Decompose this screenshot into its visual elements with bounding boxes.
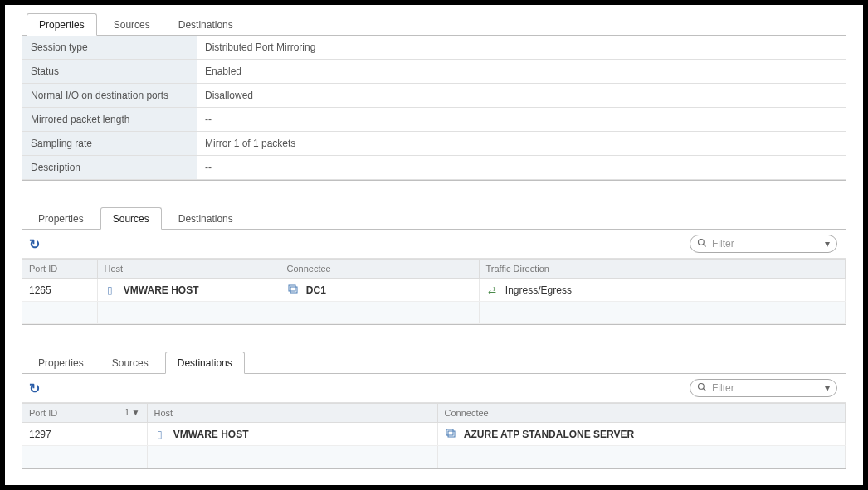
- sources-grid: Port ID Host Connectee Traffic Direction…: [22, 259, 846, 324]
- vm-icon: [287, 284, 299, 296]
- tab-destinations[interactable]: Destinations: [167, 208, 245, 229]
- row-mirrored-len: Mirrored packet length --: [22, 108, 846, 132]
- cell-host: ▯ VMWARE HOST: [147, 423, 437, 446]
- destinations-grid: Port ID 1 ▼ Host Connectee 1297 ▯ VMWARE…: [22, 403, 846, 468]
- col-port-id[interactable]: Port ID 1 ▼: [22, 404, 147, 423]
- connectee-name: AZURE ATP STANDALONE SERVER: [464, 429, 634, 440]
- col-connectee[interactable]: Connectee: [437, 404, 846, 423]
- sources-panel: ↻ Filter ▾ Port ID Host Connectee Traffi…: [22, 230, 846, 325]
- col-port-id-label: Port ID: [29, 408, 57, 418]
- tab-strip-1: Properties Sources Destinations: [22, 13, 846, 36]
- sources-header-row: Port ID Host Connectee Traffic Direction: [22, 260, 846, 279]
- tab-sources[interactable]: Sources: [100, 207, 162, 230]
- row-normal-io: Normal I/O on destination ports Disallow…: [22, 84, 846, 108]
- tab-destinations[interactable]: Destinations: [165, 352, 245, 374]
- table-row-empty: [22, 302, 846, 324]
- svg-rect-3: [290, 287, 297, 293]
- cell-connectee: DC1: [280, 279, 479, 302]
- svg-line-1: [704, 244, 706, 246]
- cell-host: ▯ VMWARE HOST: [97, 279, 280, 302]
- refresh-icon[interactable]: ↻: [29, 236, 40, 252]
- vm-icon: [445, 428, 456, 440]
- table-row[interactable]: 1297 ▯ VMWARE HOST AZURE ATP STANDALONE …: [22, 423, 846, 446]
- row-description: Description --: [22, 156, 846, 180]
- cell-connectee: AZURE ATP STANDALONE SERVER: [437, 423, 846, 446]
- svg-rect-7: [448, 431, 455, 437]
- connectee-name: DC1: [306, 284, 326, 296]
- col-connectee[interactable]: Connectee: [280, 260, 479, 279]
- host-icon: ▯: [154, 429, 166, 440]
- label-sampling-rate: Sampling rate: [22, 132, 197, 156]
- col-traffic-direction[interactable]: Traffic Direction: [479, 260, 846, 279]
- value-session-type: Distributed Port Mirroring: [197, 36, 846, 60]
- sources-toolbar: ↻ Filter ▾: [22, 230, 846, 259]
- label-normal-io: Normal I/O on destination ports: [22, 84, 197, 108]
- host-name: VMWARE HOST: [124, 284, 199, 296]
- search-icon: [697, 382, 707, 395]
- filter-placeholder: Filter: [712, 382, 825, 394]
- value-status: Enabled: [197, 60, 846, 84]
- col-host[interactable]: Host: [97, 260, 280, 279]
- svg-line-5: [704, 388, 706, 391]
- destinations-toolbar: ↻ Filter ▾: [22, 374, 846, 403]
- tab-properties[interactable]: Properties: [27, 352, 95, 373]
- label-status: Status: [22, 60, 197, 84]
- host-icon: ▯: [105, 284, 116, 296]
- table-row[interactable]: 1265 ▯ VMWARE HOST DC1 ⇄ Ingress/Egress: [22, 279, 846, 302]
- filter-placeholder: Filter: [712, 238, 825, 250]
- col-host[interactable]: Host: [147, 404, 437, 423]
- cell-traffic-direction: ⇄ Ingress/Egress: [479, 279, 846, 302]
- label-mirrored-len: Mirrored packet length: [22, 108, 197, 132]
- tab-properties[interactable]: Properties: [27, 13, 97, 36]
- tab-sources[interactable]: Sources: [102, 14, 162, 35]
- destinations-header-row: Port ID 1 ▼ Host Connectee: [22, 404, 846, 423]
- destinations-panel: ↻ Filter ▾ Port ID 1 ▼ Host C: [22, 374, 846, 469]
- properties-table: Session type Distributed Port Mirroring …: [22, 36, 846, 180]
- row-sampling-rate: Sampling rate Mirror 1 of 1 packets: [22, 132, 846, 156]
- filter-input[interactable]: Filter ▾: [690, 379, 837, 397]
- value-mirrored-len: --: [197, 108, 846, 132]
- chevron-down-icon[interactable]: ▾: [825, 382, 830, 394]
- row-status: Status Enabled: [22, 60, 846, 84]
- sort-indicator: 1 ▼: [124, 408, 139, 417]
- search-icon: [697, 238, 707, 250]
- properties-panel: Session type Distributed Port Mirroring …: [22, 36, 846, 181]
- svg-point-4: [699, 383, 705, 389]
- row-session-type: Session type Distributed Port Mirroring: [22, 36, 846, 60]
- tab-strip-3: Properties Sources Destinations: [22, 352, 846, 374]
- tab-sources[interactable]: Sources: [100, 352, 160, 373]
- chevron-down-icon[interactable]: ▾: [825, 238, 830, 250]
- value-normal-io: Disallowed: [197, 84, 846, 108]
- refresh-icon[interactable]: ↻: [29, 381, 40, 396]
- tab-strip-2: Properties Sources Destinations: [22, 207, 846, 230]
- cell-port-id: 1265: [22, 279, 97, 302]
- svg-point-0: [699, 239, 705, 245]
- traffic-direction-value: Ingress/Egress: [505, 284, 572, 296]
- cell-port-id: 1297: [22, 423, 147, 446]
- filter-input[interactable]: Filter ▾: [690, 235, 837, 253]
- label-session-type: Session type: [22, 36, 197, 60]
- col-port-id[interactable]: Port ID: [22, 260, 97, 279]
- svg-rect-6: [446, 429, 453, 435]
- tab-properties[interactable]: Properties: [27, 208, 95, 229]
- tab-destinations[interactable]: Destinations: [167, 14, 245, 35]
- page-frame: Properties Sources Destinations Session …: [0, 0, 868, 490]
- table-row-empty: [22, 446, 846, 468]
- host-name: VMWARE HOST: [173, 429, 249, 440]
- value-sampling-rate: Mirror 1 of 1 packets: [197, 132, 846, 156]
- value-description: --: [197, 156, 846, 180]
- label-description: Description: [22, 156, 197, 180]
- traffic-icon: ⇄: [486, 284, 498, 296]
- svg-rect-2: [289, 285, 295, 291]
